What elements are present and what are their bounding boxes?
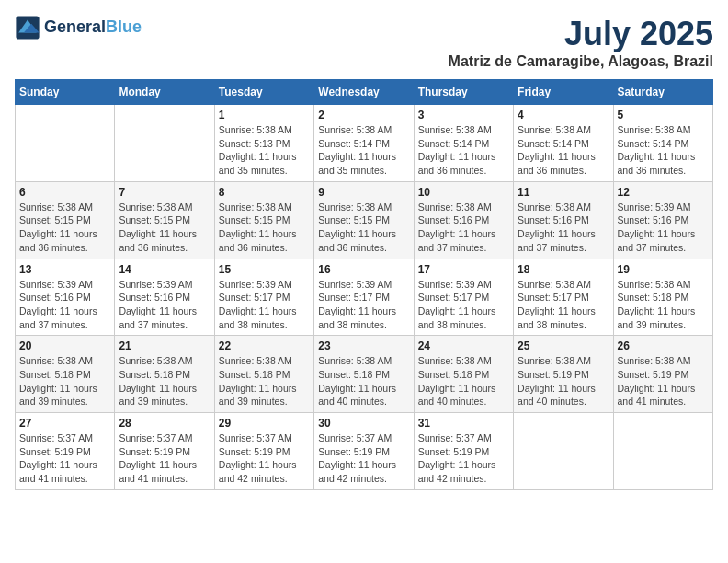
calendar-cell: 20Sunrise: 5:38 AM Sunset: 5:18 PM Dayli… — [16, 336, 115, 413]
calendar-cell: 11Sunrise: 5:38 AM Sunset: 5:16 PM Dayli… — [514, 181, 613, 259]
calendar-cell: 14Sunrise: 5:39 AM Sunset: 5:16 PM Dayli… — [115, 259, 214, 336]
calendar-week-row: 13Sunrise: 5:39 AM Sunset: 5:16 PM Dayli… — [16, 259, 713, 336]
day-info: Sunrise: 5:38 AM Sunset: 5:16 PM Dayligh… — [518, 201, 609, 255]
calendar-cell: 28Sunrise: 5:37 AM Sunset: 5:19 PM Dayli… — [115, 413, 214, 490]
weekday-header-cell: Monday — [115, 80, 214, 105]
day-number: 10 — [418, 186, 509, 199]
weekday-header-cell: Saturday — [613, 80, 712, 105]
day-info: Sunrise: 5:39 AM Sunset: 5:16 PM Dayligh… — [618, 201, 709, 255]
logo-icon — [15, 15, 40, 40]
day-info: Sunrise: 5:38 AM Sunset: 5:19 PM Dayligh… — [518, 354, 609, 408]
day-info: Sunrise: 5:37 AM Sunset: 5:19 PM Dayligh… — [418, 431, 509, 486]
calendar-cell: 30Sunrise: 5:37 AM Sunset: 5:19 PM Dayli… — [314, 413, 414, 490]
day-info: Sunrise: 5:38 AM Sunset: 5:17 PM Dayligh… — [518, 278, 609, 332]
day-number: 1 — [219, 109, 310, 121]
day-info: Sunrise: 5:38 AM Sunset: 5:18 PM Dayligh… — [19, 354, 110, 408]
calendar-cell: 7Sunrise: 5:38 AM Sunset: 5:15 PM Daylig… — [115, 181, 214, 259]
calendar-week-row: 27Sunrise: 5:37 AM Sunset: 5:19 PM Dayli… — [16, 413, 713, 490]
day-info: Sunrise: 5:39 AM Sunset: 5:17 PM Dayligh… — [219, 278, 310, 332]
day-info: Sunrise: 5:38 AM Sunset: 5:14 PM Dayligh… — [618, 123, 709, 178]
day-info: Sunrise: 5:38 AM Sunset: 5:14 PM Dayligh… — [418, 123, 509, 178]
day-number: 26 — [618, 339, 709, 352]
day-number: 9 — [318, 186, 409, 199]
day-info: Sunrise: 5:38 AM Sunset: 5:19 PM Dayligh… — [618, 354, 709, 408]
day-info: Sunrise: 5:38 AM Sunset: 5:18 PM Dayligh… — [219, 354, 310, 408]
day-info: Sunrise: 5:39 AM Sunset: 5:16 PM Dayligh… — [119, 278, 210, 332]
calendar-cell: 22Sunrise: 5:38 AM Sunset: 5:18 PM Dayli… — [214, 336, 313, 413]
day-number: 21 — [119, 339, 210, 352]
day-info: Sunrise: 5:39 AM Sunset: 5:16 PM Dayligh… — [19, 278, 110, 332]
day-number: 31 — [418, 417, 509, 430]
calendar-cell: 8Sunrise: 5:38 AM Sunset: 5:15 PM Daylig… — [214, 181, 313, 259]
calendar-body: 1Sunrise: 5:38 AM Sunset: 5:13 PM Daylig… — [16, 105, 713, 490]
calendar-week-row: 6Sunrise: 5:38 AM Sunset: 5:15 PM Daylig… — [16, 181, 713, 259]
day-number: 11 — [518, 186, 609, 199]
logo-text: GeneralBlue — [44, 18, 142, 37]
logo: GeneralBlue — [15, 15, 142, 40]
day-info: Sunrise: 5:37 AM Sunset: 5:19 PM Dayligh… — [119, 431, 210, 486]
calendar-cell: 23Sunrise: 5:38 AM Sunset: 5:18 PM Dayli… — [314, 336, 414, 413]
calendar-cell: 21Sunrise: 5:38 AM Sunset: 5:18 PM Dayli… — [115, 336, 214, 413]
day-number: 27 — [19, 417, 110, 430]
day-number: 2 — [318, 109, 409, 121]
day-number: 7 — [119, 186, 210, 199]
day-number: 17 — [418, 263, 509, 276]
calendar-cell: 27Sunrise: 5:37 AM Sunset: 5:19 PM Dayli… — [16, 413, 115, 490]
calendar-cell: 15Sunrise: 5:39 AM Sunset: 5:17 PM Dayli… — [214, 259, 313, 336]
calendar-cell: 19Sunrise: 5:38 AM Sunset: 5:18 PM Dayli… — [613, 259, 712, 336]
calendar-cell: 13Sunrise: 5:39 AM Sunset: 5:16 PM Dayli… — [16, 259, 115, 336]
day-number: 29 — [219, 417, 310, 430]
day-info: Sunrise: 5:38 AM Sunset: 5:18 PM Dayligh… — [418, 354, 509, 408]
day-info: Sunrise: 5:38 AM Sunset: 5:15 PM Dayligh… — [318, 201, 409, 255]
weekday-header-cell: Wednesday — [314, 80, 414, 105]
day-info: Sunrise: 5:38 AM Sunset: 5:14 PM Dayligh… — [318, 123, 409, 178]
day-number: 28 — [119, 417, 210, 430]
day-number: 13 — [19, 263, 110, 276]
weekday-header-cell: Friday — [514, 80, 613, 105]
day-info: Sunrise: 5:38 AM Sunset: 5:16 PM Dayligh… — [418, 201, 509, 255]
calendar-cell: 2Sunrise: 5:38 AM Sunset: 5:14 PM Daylig… — [314, 105, 414, 182]
calendar-cell — [613, 413, 712, 490]
day-number: 4 — [518, 109, 609, 121]
day-number: 20 — [19, 339, 110, 352]
day-info: Sunrise: 5:38 AM Sunset: 5:15 PM Dayligh… — [119, 201, 210, 255]
day-number: 6 — [19, 186, 110, 199]
calendar-cell: 24Sunrise: 5:38 AM Sunset: 5:18 PM Dayli… — [414, 336, 513, 413]
day-info: Sunrise: 5:37 AM Sunset: 5:19 PM Dayligh… — [318, 431, 409, 486]
calendar-cell: 31Sunrise: 5:37 AM Sunset: 5:19 PM Dayli… — [414, 413, 513, 490]
day-number: 25 — [518, 339, 609, 352]
day-number: 15 — [219, 263, 310, 276]
day-info: Sunrise: 5:37 AM Sunset: 5:19 PM Dayligh… — [19, 431, 110, 486]
calendar-cell: 6Sunrise: 5:38 AM Sunset: 5:15 PM Daylig… — [16, 181, 115, 259]
calendar-cell: 12Sunrise: 5:39 AM Sunset: 5:16 PM Dayli… — [613, 181, 712, 259]
weekday-header-cell: Sunday — [16, 80, 115, 105]
calendar-cell: 1Sunrise: 5:38 AM Sunset: 5:13 PM Daylig… — [214, 105, 313, 182]
day-info: Sunrise: 5:37 AM Sunset: 5:19 PM Dayligh… — [219, 431, 310, 486]
calendar-cell: 4Sunrise: 5:38 AM Sunset: 5:14 PM Daylig… — [514, 105, 613, 182]
day-info: Sunrise: 5:38 AM Sunset: 5:15 PM Dayligh… — [219, 201, 310, 255]
day-number: 30 — [318, 417, 409, 430]
day-info: Sunrise: 5:38 AM Sunset: 5:15 PM Dayligh… — [19, 201, 110, 255]
day-number: 24 — [418, 339, 509, 352]
calendar-table: SundayMondayTuesdayWednesdayThursdayFrid… — [15, 79, 713, 490]
day-number: 22 — [219, 339, 310, 352]
day-number: 3 — [418, 109, 509, 121]
day-info: Sunrise: 5:39 AM Sunset: 5:17 PM Dayligh… — [318, 278, 409, 332]
day-number: 19 — [618, 263, 709, 276]
calendar-cell: 25Sunrise: 5:38 AM Sunset: 5:19 PM Dayli… — [514, 336, 613, 413]
calendar-cell: 18Sunrise: 5:38 AM Sunset: 5:17 PM Dayli… — [514, 259, 613, 336]
calendar-cell: 9Sunrise: 5:38 AM Sunset: 5:15 PM Daylig… — [314, 181, 414, 259]
header: GeneralBlue July 2025 Matriz de Camaragi… — [15, 15, 713, 70]
month-title: July 2025 — [449, 15, 713, 53]
calendar-cell — [115, 105, 214, 182]
day-number: 16 — [318, 263, 409, 276]
day-number: 5 — [618, 109, 709, 121]
weekday-header-cell: Thursday — [414, 80, 513, 105]
calendar-cell: 5Sunrise: 5:38 AM Sunset: 5:14 PM Daylig… — [613, 105, 712, 182]
calendar-cell — [16, 105, 115, 182]
calendar-cell: 16Sunrise: 5:39 AM Sunset: 5:17 PM Dayli… — [314, 259, 414, 336]
calendar-week-row: 1Sunrise: 5:38 AM Sunset: 5:13 PM Daylig… — [16, 105, 713, 182]
day-number: 14 — [119, 263, 210, 276]
calendar-cell: 3Sunrise: 5:38 AM Sunset: 5:14 PM Daylig… — [414, 105, 513, 182]
calendar-cell: 10Sunrise: 5:38 AM Sunset: 5:16 PM Dayli… — [414, 181, 513, 259]
